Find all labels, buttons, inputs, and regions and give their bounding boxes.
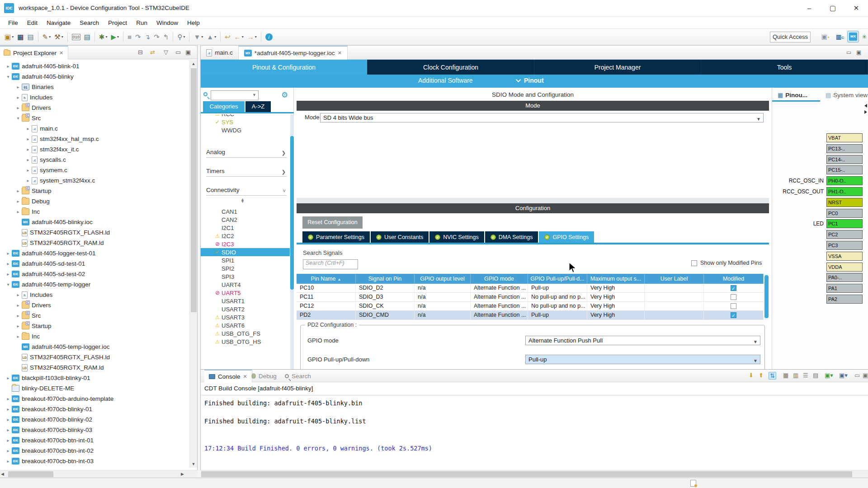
expander-icon[interactable]: ▸ [5,375,12,380]
expander-icon[interactable]: ▸ [14,303,22,308]
status-notification-icon[interactable] [690,480,696,487]
minimize-console-icon[interactable]: ▭ [854,372,860,379]
back-icon[interactable]: ←▾ [233,32,245,42]
expand-right-icon[interactable] [864,110,867,114]
scroll-left-arrow[interactable]: ◀ [1,472,4,476]
peripheral-i2c2[interactable]: ⚠I2C2 [201,232,290,240]
explorer-hscrollbar[interactable]: ◀ ▶ [0,470,198,478]
tree-item-adafruit-f405-temp-logger-ioc[interactable]: MXadafruit-f405-temp-logger.ioc [14,342,110,352]
peripheral-wwdg[interactable]: WWDG [201,126,290,134]
peripheral-sys[interactable]: ✓SYS [201,118,290,126]
menu-navigate[interactable]: Navigate [42,18,75,28]
peripheral-usart6[interactable]: ⚠USART6 [201,321,290,329]
tree-item-src[interactable]: ▸CSrc [14,310,41,321]
expander-icon[interactable]: ▸ [5,272,12,277]
close-view-icon[interactable]: ✕ [59,50,63,56]
peripheral-uart4[interactable]: UART4 [201,281,290,289]
settings-tab-nvic-settings[interactable]: ✓NVIC Settings [429,231,484,243]
tree-item-breakout-f070cb-blinky-03[interactable]: ▸IDEbreakout-f070cb-blinky-03 [5,425,92,435]
menu-edit[interactable]: Edit [23,18,42,28]
dropdown-caret-icon[interactable]: ▾ [105,35,107,39]
tree-item-stm32f405rgtx-ram-ld[interactable]: LDSTM32F405RGTX_RAM.ld [14,238,104,248]
expander-icon[interactable]: ▸ [5,417,12,422]
tree-item-adafruit-f405-sd-test-02[interactable]: ▸IDEadafruit-f405-sd-test-02 [5,269,85,279]
expander-icon[interactable]: ▾ [5,74,12,79]
explorer-vscroll-thumb[interactable] [191,68,197,312]
tree-item-inc[interactable]: ▸Inc [14,331,40,342]
category-chevron-icon[interactable]: ❯ [282,169,286,175]
tree-item-blackpill-f103c8-blinky-01[interactable]: ▸IDEblackpill-f103c8-blinky-01 [5,373,90,383]
show-modified-checkbox[interactable] [691,260,697,266]
expander-icon[interactable]: ▸ [14,324,22,328]
pinout-menu[interactable]: Pinout [517,77,544,84]
peripheral-usart2[interactable]: USART2 [201,305,290,313]
table-vscroll-thumb[interactable] [764,275,769,318]
peripheral-usart3[interactable]: ⚠USART3 [201,313,290,321]
modified-checkbox[interactable]: ✓ [731,285,736,291]
pin-vdda[interactable]: VDDA [826,263,863,272]
tree-item-breakout-f070cb-blinky-01[interactable]: ▸IDEbreakout-f070cb-blinky-01 [5,404,92,414]
expander-icon[interactable]: ▸ [5,407,12,412]
tree-item-blinky-delete-me[interactable]: blinky-DELETE-ME [5,383,74,394]
tree-item-adafruit-f405-blink-01[interactable]: ▸IDEadafruit-f405-blink-01 [5,61,80,71]
settings-tab-dma-settings[interactable]: ✓DMA Settings [485,231,538,243]
tree-item-syscalls-c[interactable]: ▸.csyscalls.c [24,155,66,165]
peripheral-i2c3[interactable]: ⊘I2C3 [201,240,290,248]
modified-checkbox[interactable] [731,294,736,300]
expander-icon[interactable]: ▸ [24,168,32,173]
dropdown-caret-icon[interactable]: ▾ [117,35,119,39]
step-into-icon[interactable]: ↴ [144,32,151,42]
expander-icon[interactable]: ▸ [5,261,12,266]
expander-icon[interactable]: ▸ [24,136,32,141]
console-tab-console[interactable]: Console✕ [204,370,252,382]
maximize-view-icon[interactable]: ▣ [185,49,191,56]
minimize-view-icon[interactable]: ▭ [175,49,181,56]
pin-nrst[interactable]: NRST [826,198,863,207]
modified-checkbox[interactable] [731,303,736,309]
expander-icon[interactable]: ▸ [5,396,12,401]
category-timers[interactable]: Timers❯ [206,168,287,177]
quick-access-button[interactable]: Quick Access [770,32,811,42]
collapse-left-icon[interactable] [864,104,867,108]
select-dropdown-icon[interactable]: ▼ [756,115,761,123]
stop-icon[interactable]: ■ [127,32,132,42]
minimize-editor-icon[interactable]: ▭ [846,49,851,56]
category-chevron-icon[interactable]: ˅ [283,188,286,193]
tree-item-src[interactable]: ▾CSrc [14,113,41,123]
tree-item-binaries[interactable]: ▸01Binaries [14,82,54,92]
peripheral-sdio[interactable]: ✓SDIO [201,248,290,256]
profile-tool-icon[interactable]: ✎▾ [42,32,52,42]
dropdown-caret-icon[interactable]: ▾ [242,35,244,39]
tree-item-adafruit-f405-blinky[interactable]: ▾IDEadafruit-f405-blinky [5,71,74,82]
column-header-user-label[interactable]: User Label [645,274,704,284]
close-tab-icon[interactable]: ✕ [338,50,342,56]
tree-item-stm32f405rgtx-flash-ld[interactable]: LDSTM32F405RGTX_FLASH.ld [14,352,110,362]
maximize-button[interactable]: ▢ [821,0,844,16]
gpio-row-pc12[interactable]: PC12SDIO_CKn/aAlternate Function ...No p… [297,302,764,311]
remove-console-icon[interactable]: ▤ [813,372,818,379]
scroll-up-arrow[interactable]: ▲ [190,61,197,66]
explorer-vscrollbar[interactable]: ▲ ▼ [189,60,197,468]
maximize-console-icon[interactable]: ▣ [863,372,868,379]
prev-annotation-icon[interactable]: ▲▾ [206,32,217,42]
console-tab-debug[interactable]: Debug [247,370,281,382]
peripheral-usb_otg_fs[interactable]: ⚠USB_OTG_FS [201,329,290,338]
project-explorer-tab[interactable]: Project Explorer ✕ [0,46,68,59]
expander-icon[interactable]: ▸ [24,147,32,152]
gpio-row-pc11[interactable]: PC11SDIO_D3n/aAlternate Function ...No p… [297,293,764,302]
save-icon[interactable]: ▦ [16,32,24,42]
select-dropdown-icon[interactable]: ▼ [753,357,758,365]
menu-project[interactable]: Project [104,18,132,28]
peripheral-scroll-thumb[interactable] [290,136,294,290]
column-header-modified[interactable]: Modified [704,274,764,284]
peripheral-uart5[interactable]: ⊘UART5 [201,289,290,297]
signal-search-input[interactable]: Search (Crtl+F) [303,259,358,269]
tree-item-adafruit-f405-sd-test-01[interactable]: ▸IDEadafruit-f405-sd-test-01 [5,258,85,269]
settings-tab-parameter-settings[interactable]: ✓Parameter Settings [302,231,370,243]
console-hscrollbar[interactable] [200,470,868,478]
expander-icon[interactable]: ▸ [5,459,12,464]
build-icon[interactable]: ⚒▾ [53,32,64,42]
expander-icon[interactable]: ▸ [24,126,32,131]
peripheral-usb_otg_hs[interactable]: ⚠USB_OTG_HS [201,338,290,346]
tab-system-view[interactable]: ▤System view [826,89,868,100]
